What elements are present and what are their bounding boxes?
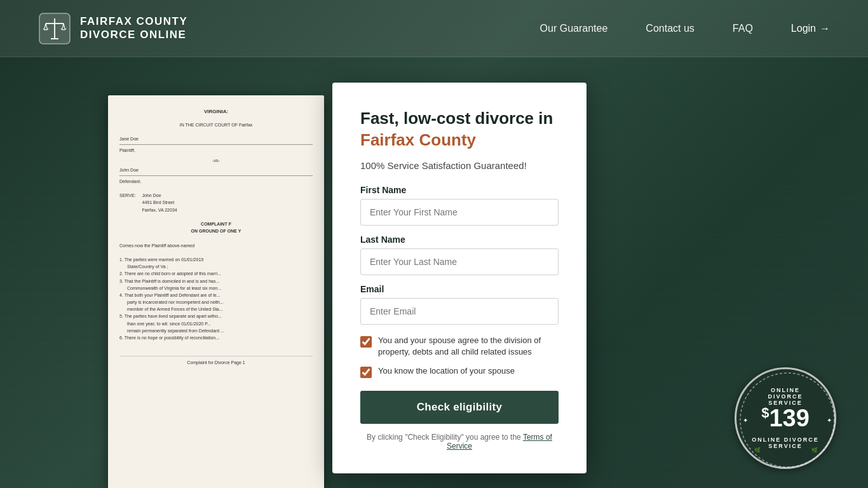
- nav-faq[interactable]: FAQ: [733, 23, 753, 34]
- main-nav: Our Guarantee Contact us FAQ Login →: [540, 23, 830, 34]
- hero-heading: Fast, low-cost divorce in Fairfax County: [360, 108, 559, 151]
- tos-text: By clicking "Check Eligibility" you agre…: [360, 433, 559, 451]
- checkbox-location[interactable]: [360, 367, 372, 378]
- check-eligibility-button[interactable]: Check eligibility: [360, 391, 559, 424]
- doc-court: IN THE CIRCUIT COURT OF Fairfax: [119, 121, 313, 128]
- doc-item-5: Commonwealth of Virginia for at least si…: [119, 285, 313, 292]
- header: FAIRFAX COUNTY DIVORCE ONLINE Our Guaran…: [0, 0, 868, 57]
- last-name-input[interactable]: [360, 248, 559, 275]
- background-document: VIRGINIA: IN THE CIRCUIT COURT OF Fairfa…: [108, 95, 324, 488]
- checkbox-property-label[interactable]: You and your spouse agree to the divisio…: [378, 335, 559, 358]
- checkbox-property[interactable]: [360, 336, 372, 348]
- doc-item-10: than one year; to wit: since 01/01/2020 …: [119, 320, 313, 327]
- doc-serve-name: John Doe: [142, 192, 177, 199]
- logo-area[interactable]: FAIRFAX COUNTY DIVORCE ONLINE: [38, 12, 187, 45]
- checkbox-group: You and your spouse agree to the divisio…: [360, 335, 559, 378]
- svg-text:✦: ✦: [827, 417, 832, 424]
- first-name-group: First Name: [360, 185, 559, 226]
- nav-guarantee[interactable]: Our Guarantee: [540, 23, 608, 34]
- doc-item-12: 6. There is no hope or possibility of re…: [119, 334, 313, 341]
- doc-item-3: 2. There are no child born or adopted of…: [119, 270, 313, 277]
- checkbox-location-label[interactable]: You know the location of your spouse: [378, 365, 515, 377]
- doc-item-1: 1. The parties were married on 01/01/201…: [119, 256, 313, 263]
- badge-circle: ✦ ✦ 🌿 🌿 ONLINE DIVORCE SERVICE $139 ONLI…: [735, 367, 836, 469]
- login-label: Login: [791, 23, 816, 34]
- doc-defendant-name: John Doe: [119, 166, 313, 173]
- doc-item-4: 3. That the Plaintiff is domiciled in an…: [119, 278, 313, 285]
- tos-prefix: By clicking "Check Eligibility" you agre…: [367, 433, 521, 442]
- doc-plaintiff-label: Plaintiff,: [119, 147, 313, 154]
- login-button[interactable]: Login →: [791, 23, 830, 34]
- login-arrow: →: [820, 23, 830, 34]
- logo-line1: FAIRFAX COUNTY: [80, 15, 187, 28]
- doc-complaint-sub: ON GROUND OF ONE Y: [119, 227, 313, 234]
- doc-defendant-label: Defendant.: [119, 178, 313, 185]
- hero-subtitle: 100% Service Satisfaction Guaranteed!: [360, 160, 559, 171]
- email-input[interactable]: [360, 298, 559, 325]
- logo-line2: DIVORCE ONLINE: [80, 29, 187, 41]
- hero-heading-line1: Fast, low-cost divorce in: [360, 109, 553, 128]
- checkbox-item-1: You and your spouse agree to the divisio…: [360, 335, 559, 358]
- doc-item-6: 4. That both your Plaintiff and Defendan…: [119, 292, 313, 299]
- doc-item-11: remain permanently separated from Defend…: [119, 327, 313, 334]
- badge-ring: ✦ ✦ 🌿 🌿: [736, 369, 838, 471]
- doc-footer: Complaint for Divorce Page 1: [119, 356, 313, 366]
- badge-text-top: ONLINE DIVORCE SERVICE: [754, 387, 817, 406]
- doc-serve-row: SERVE: John Doe 4491 Bird Street Fairfax…: [119, 192, 313, 214]
- doc-state: VIRGINIA:: [119, 108, 313, 116]
- last-name-label: Last Name: [360, 234, 559, 245]
- doc-serve-address: 4491 Bird Street: [142, 199, 177, 206]
- doc-item-2: State/Country of Va ;: [119, 263, 313, 270]
- doc-item-7: party is incarcerated nor incompetent an…: [119, 299, 313, 306]
- price-badge: ✦ ✦ 🌿 🌿 ONLINE DIVORCE SERVICE $139 ONLI…: [735, 367, 836, 469]
- first-name-input[interactable]: [360, 199, 559, 226]
- doc-comes-now: Comes now the Plaintiff above-named: [119, 242, 313, 249]
- checkbox-item-2: You know the location of your spouse: [360, 365, 559, 378]
- doc-serve-city: Fairfax, VA 22034: [142, 207, 177, 214]
- first-name-label: First Name: [360, 185, 559, 195]
- form-card: Fast, low-cost divorce in Fairfax County…: [332, 83, 587, 473]
- badge-text-bottom: ONLINE DIVORCE SERVICE: [750, 437, 820, 449]
- nav-contact[interactable]: Contact us: [646, 23, 694, 34]
- doc-serve-label: SERVE:: [119, 192, 136, 214]
- email-label: Email: [360, 284, 559, 294]
- doc-complaint-title: COMPLAINT F: [119, 220, 313, 227]
- logo-text: FAIRFAX COUNTY DIVORCE ONLINE: [80, 15, 187, 41]
- logo-icon: [38, 12, 71, 45]
- doc-vs: -vs-: [119, 157, 313, 164]
- doc-plaintiff-name: Jane Doe: [119, 135, 313, 142]
- main-content: VIRGINIA: IN THE CIRCUIT COURT OF Fairfa…: [0, 57, 868, 488]
- last-name-group: Last Name: [360, 234, 559, 275]
- email-group: Email: [360, 284, 559, 325]
- svg-text:✦: ✦: [743, 417, 748, 424]
- hero-county-name: Fairfax County: [360, 130, 476, 149]
- doc-item-8: member of the Armed Forces of the United…: [119, 306, 313, 313]
- doc-item-9: 5. The parties have lived separate and a…: [119, 313, 313, 320]
